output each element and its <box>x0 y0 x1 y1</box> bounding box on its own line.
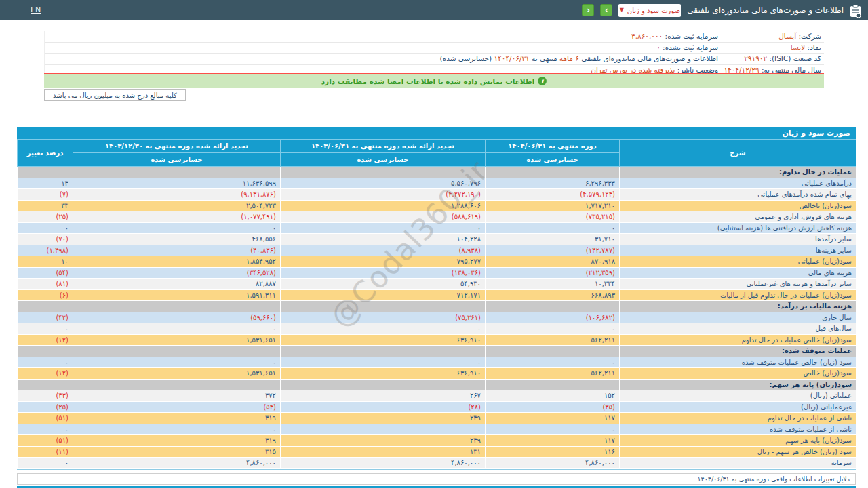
value-prior: ۰ <box>281 323 486 335</box>
value-prior: ۲۳۹ <box>281 413 486 424</box>
value-yearend: ۰ <box>73 357 281 368</box>
value-current: ۱۵۲ <box>486 390 620 402</box>
row-label: سود(زیان) خالص <box>620 368 856 380</box>
value-yearend: ۱,۵۳۱,۶۵۱ <box>73 334 281 346</box>
value-current: ۱۱۷ <box>486 435 620 447</box>
value-current: ۰ <box>486 222 620 234</box>
info-row: سرمایه ثبت نشده: ۰ <box>45 43 721 54</box>
value-prior: ۱۳۱ <box>281 446 486 458</box>
value-yearend: ۱,۵۳۱,۶۵۱ <box>73 368 281 380</box>
row-label: سایر درآمدها و هزینه های غیرعملیاتی <box>620 279 856 290</box>
value-current: (۱۴۲,۷۸۷) <box>486 245 620 256</box>
table-row: سایر هزینه‌ها(۱۴۲,۷۸۷)(۸,۹۳۸)(۴۰,۸۳۶)(۱,… <box>18 245 856 256</box>
value-prior: ۲۳۹ <box>281 435 486 447</box>
value-yearend: ۱,۸۵۴,۹۵۲ <box>73 256 281 268</box>
column-header-period-yearend: تجدید ارائه شده دوره منتهی به ۱۴۰۳/۱۲/۳۰ <box>73 140 281 153</box>
value-yearend: ۳۱۵ <box>73 446 281 458</box>
info-row: نماد: لابسا <box>721 43 824 54</box>
value-current: ۰ <box>486 323 620 335</box>
value-prior <box>281 301 486 312</box>
row-label: سایر هزینه‌ها <box>620 245 856 256</box>
value-prior: ۷۱۲,۱۷۱ <box>281 289 486 301</box>
value-yearend: (۹,۱۳۱,۸۷۶) <box>73 189 281 201</box>
value-current <box>486 301 620 312</box>
top-navigation-bar: EN اطلاعات و صورت‌های مالی میاندوره‌ای ت… <box>0 0 868 20</box>
signature-match-notice: i اطلاعات نمایش داده شده با اطلاعات امضا… <box>44 74 824 88</box>
statement-type-dropdown[interactable]: صورت سود و زیان ▼ <box>618 4 681 17</box>
table-row: سایر درآمدها و هزینه های غیرعملیاتی۱۰,۳۳… <box>18 279 856 290</box>
signature-notice-text: اطلاعات نمایش داده شده با اطلاعات امضا ش… <box>321 77 535 85</box>
language-toggle-en[interactable]: EN <box>31 5 41 14</box>
value-prior: ۰ <box>281 357 486 368</box>
value-yearend <box>73 379 281 390</box>
value-current: ۳۱,۷۱۰ <box>486 234 620 245</box>
info-row: سرمایه ثبت شده: ۴,۸۶۰,۰۰۰ <box>45 31 721 43</box>
row-label: عملیات در حال تداوم: <box>620 167 856 178</box>
previous-statement-button[interactable]: ‹ <box>582 4 594 16</box>
value-current: ۶۶۸,۸۹۳ <box>486 289 620 301</box>
table-row: سود (زیان) خالص عملیات متوقف شده۰۰۰۰ <box>18 357 856 368</box>
table-row: سود(زیان) پایه هر سهم۱۱۷۲۳۹۳۱۹(۵۱) <box>18 435 856 447</box>
row-label: هزینه های فروش، اداری و عمومی <box>620 211 856 223</box>
row-label: ناشی از عملیات متوقف شده <box>620 424 856 435</box>
codal-financial-statement-page: EN اطلاعات و صورت‌های مالی میاندوره‌ای ت… <box>0 0 868 488</box>
value-current: ۵۶۲,۲۱۱ <box>486 334 620 346</box>
row-label: غیرعملیاتی (ریال) <box>620 401 856 413</box>
value-prior: ۵,۵۶۰,۷۹۶ <box>281 178 486 189</box>
value-current: ۵۶۲,۲۱۱ <box>486 368 620 380</box>
value-current: (۳۵) <box>486 401 620 413</box>
value-prior: ۶۳۶,۹۱۰ <box>281 368 486 380</box>
row-label: هزینه های مالی <box>620 267 856 279</box>
table-row: سود(زیان) ناخالص۱,۷۱۷,۲۱۰۱,۲۸۸,۶۰۶۲,۵۰۴,… <box>18 200 856 211</box>
value-prior: (۱۳۸,۰۳۶) <box>281 267 486 279</box>
value-current <box>486 346 620 357</box>
value-prior: (۷۵,۲۶۱) <box>281 312 486 323</box>
value-yearend: ۳۷۲ <box>73 390 281 402</box>
percent-change <box>18 167 73 178</box>
value-current: ۱۱۷ <box>486 413 620 424</box>
value-yearend: ۸۲,۸۸۷ <box>73 279 281 290</box>
percent-change: (۷۰) <box>18 234 73 245</box>
value-yearend: ۲,۵۰۴,۷۲۳ <box>73 200 281 211</box>
table-row: سایر درآمدها۳۱,۷۱۰۱۰۴,۲۲۸۴۶۸,۵۵۶(۷۰) <box>18 234 856 245</box>
percent-change <box>18 301 73 312</box>
value-current: ۱,۷۱۷,۲۱۰ <box>486 200 620 211</box>
value-current: (۱۰۶,۶۸۲) <box>486 312 620 323</box>
info-row: اطلاعات و صورت‌های مالی میاندوره‌ای تلفی… <box>45 54 721 65</box>
amounts-unit-note: کلیه مبالغ درج شده به میلیون ریال می باش… <box>44 89 186 101</box>
value-current: ۱۰,۳۳۴ <box>486 279 620 290</box>
value-prior <box>281 346 486 357</box>
income-statement-table: شرح دوره منتهی به ۱۴۰۴/۰۶/۳۱ تجدید ارائه… <box>17 139 856 469</box>
percent-change: (۷) <box>18 189 73 201</box>
percent-change: ۰ <box>18 222 73 234</box>
value-prior: ۱۰۴,۲۲۸ <box>281 234 486 245</box>
value-current: ۱۱۶ <box>486 446 620 458</box>
table-row: ناشی از عملیات در حال تداوم۱۱۷۲۳۹۳۱۹(۵۱) <box>18 413 856 424</box>
table-row: هزینه کاهش ارزش دریافتنی ها (هزینه استثن… <box>18 222 856 234</box>
value-current: ۴,۸۶۰,۰۰۰ <box>486 458 620 469</box>
row-label: سود(زیان) پایه هر سهم <box>620 435 856 447</box>
percent-change: ۰ <box>18 424 73 435</box>
value-yearend: ۱۱,۶۳۶,۵۹۹ <box>73 178 281 189</box>
info-icon: i <box>538 77 547 85</box>
percent-change: (۵۱) <box>18 413 73 424</box>
value-current <box>486 167 620 178</box>
section-row: عملیات در حال تداوم: <box>18 167 856 178</box>
value-yearend <box>73 346 281 357</box>
value-yearend: ۴۶۸,۵۵۶ <box>73 234 281 245</box>
value-yearend: ۰ <box>73 323 281 335</box>
value-yearend: (۵۹,۶۶۰) <box>73 312 281 323</box>
row-label: ناشی از عملیات در حال تداوم <box>620 413 856 424</box>
table-row: سال‌های قبل۰۰۰۰ <box>18 323 856 335</box>
table-row: سال جاری(۱۰۶,۶۸۲)(۷۵,۲۶۱)(۵۹,۶۶۰)(۴۲) <box>18 312 856 323</box>
value-prior <box>281 167 486 178</box>
percent-change <box>18 346 73 357</box>
value-prior: (۸,۹۳۸) <box>281 245 486 256</box>
next-statement-button[interactable]: › <box>600 4 612 16</box>
row-label: سال‌های قبل <box>620 323 856 335</box>
row-label: سایر درآمدها <box>620 234 856 245</box>
value-current: ۸۷۰,۹۱۸ <box>486 256 620 268</box>
value-prior <box>281 379 486 390</box>
percent-change: (۶) <box>18 289 73 301</box>
table-row: عملیاتی (ریال)۱۵۲۲۶۷۳۷۲(۴۳) <box>18 390 856 402</box>
